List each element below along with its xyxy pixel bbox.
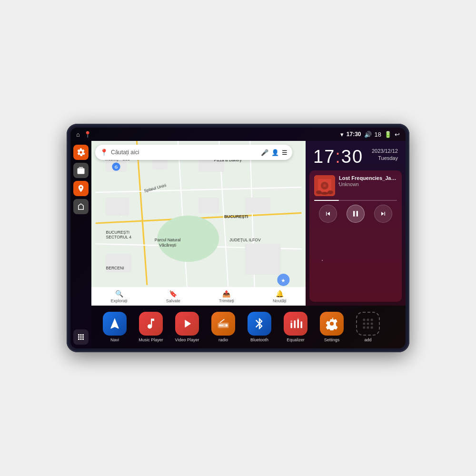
map-icon: 📍 — [84, 131, 91, 138]
music-section: Lost Frequencies_Janie... Unknown — [309, 170, 402, 302]
sidebar-files-button[interactable] — [73, 163, 89, 178]
svg-rect-58 — [367, 327, 369, 329]
music-controls — [314, 205, 397, 223]
svg-text:SECTORUL 4: SECTORUL 4 — [106, 235, 131, 239]
back-icon: ↩ — [395, 131, 400, 138]
navi-icon-box — [103, 312, 127, 336]
news-icon: 🔔 — [276, 290, 284, 298]
volume-icon: 🔊 — [364, 131, 372, 138]
map-panel[interactable]: G AXIS Premium Mobility - Sud Parcul Nat… — [91, 141, 306, 306]
equalizer-label: Equalizer — [287, 337, 305, 342]
svg-text:BERCENI: BERCENI — [106, 266, 124, 270]
settings-label: Settings — [324, 337, 340, 342]
status-bar: ⌂ 📍 ▾ 17:30 🔊 18 🔋 ↩ — [70, 128, 406, 141]
music-icon-box — [139, 312, 163, 336]
music-title: Lost Frequencies_Janie... — [339, 175, 397, 181]
clock-date: 2023/12/12 — [372, 148, 398, 155]
content-area: G AXIS Premium Mobility - Sud Parcul Nat… — [91, 141, 406, 348]
sidebar-map-button[interactable] — [73, 181, 89, 196]
wifi-icon: ▾ — [340, 131, 344, 138]
svg-text:Parcul Natural: Parcul Natural — [155, 238, 181, 242]
sidebar-carplay-button[interactable] — [73, 199, 89, 214]
bluetooth-label: Bluetooth — [250, 337, 268, 342]
music-text: Lost Frequencies_Janie... Unknown — [339, 175, 397, 187]
search-placeholder: Căutați aici — [111, 149, 258, 156]
svg-rect-14 — [245, 198, 270, 213]
svg-text:G: G — [115, 165, 118, 169]
map-search-bar[interactable]: 📍 Căutați aici 🎤 👤 ☰ — [95, 145, 292, 160]
battery-icon: 🔋 — [384, 131, 392, 138]
music-info: Lost Frequencies_Janie... Unknown — [314, 175, 397, 196]
share-label: Trimiteți — [219, 298, 234, 303]
screen: ⌂ 📍 ▾ 17:30 🔊 18 🔋 ↩ — [70, 128, 406, 348]
svg-point-42 — [226, 324, 228, 327]
svg-rect-49 — [298, 318, 299, 318]
svg-rect-52 — [367, 319, 369, 321]
app-equalizer[interactable]: Equalizer — [279, 312, 312, 342]
map-bottom-nav: 🔍 Explorați 🔖 Salvate 📤 Trimiteți — [91, 287, 306, 306]
status-time: 17:30 — [347, 131, 361, 138]
app-navi[interactable]: Navi — [98, 312, 131, 342]
map-news-button[interactable]: 🔔 Noutăți — [273, 290, 287, 303]
home-icon: ⌂ — [76, 131, 80, 138]
mic-icon: 🎤 — [261, 149, 268, 156]
saved-label: Salvate — [166, 298, 180, 303]
svg-rect-59 — [371, 327, 373, 329]
svg-rect-45 — [291, 323, 293, 328]
svg-rect-12 — [106, 198, 129, 216]
app-bluetooth[interactable]: Bluetooth — [243, 312, 276, 342]
app-video-player[interactable]: Video Player — [170, 312, 204, 342]
settings-icon-box — [320, 312, 344, 336]
music-progress-bar[interactable] — [314, 200, 397, 201]
svg-line-44 — [220, 319, 224, 323]
svg-text:JUDEȚUL ILFOV: JUDEȚUL ILFOV — [229, 238, 261, 242]
radio-icon-box — [211, 312, 235, 336]
sidebar-settings-button[interactable] — [73, 145, 89, 160]
svg-rect-55 — [367, 323, 369, 325]
svg-rect-16 — [245, 244, 281, 275]
next-track-button[interactable] — [374, 205, 392, 223]
signal-level: 18 — [375, 131, 381, 138]
map-saved-button[interactable]: 🔖 Salvate — [166, 290, 180, 303]
svg-rect-57 — [363, 327, 366, 329]
map-svg: G AXIS Premium Mobility - Sud Parcul Nat… — [91, 141, 306, 306]
top-panels: G AXIS Premium Mobility - Sud Parcul Nat… — [91, 141, 406, 306]
map-explore-button[interactable]: 🔍 Explorați — [111, 290, 128, 303]
saved-icon: 🔖 — [169, 290, 177, 298]
app-add[interactable]: add — [351, 312, 385, 342]
account-icon: 👤 — [271, 149, 279, 156]
radio-label: radio — [218, 337, 228, 342]
svg-rect-51 — [363, 319, 366, 321]
svg-point-39 — [327, 190, 333, 194]
music-progress-fill — [314, 200, 339, 201]
menu-icon: ☰ — [282, 149, 288, 156]
app-music-player[interactable]: Music Player — [134, 312, 168, 342]
clock-hours: 17 — [313, 147, 335, 167]
main-area: G AXIS Premium Mobility - Sud Parcul Nat… — [70, 141, 406, 348]
prev-track-button[interactable] — [319, 205, 337, 223]
map-share-button[interactable]: 📤 Trimiteți — [219, 290, 234, 303]
svg-text:Văcărești: Văcărești — [159, 243, 176, 248]
explore-label: Explorați — [111, 298, 128, 303]
video-icon-box — [175, 312, 199, 336]
svg-text:BUCUREȘTI: BUCUREȘTI — [224, 214, 248, 219]
svg-point-38 — [321, 192, 328, 195]
svg-rect-48 — [298, 319, 299, 328]
map-container[interactable]: G AXIS Premium Mobility - Sud Parcul Nat… — [91, 141, 306, 306]
svg-point-37 — [316, 190, 322, 194]
clock-colon: : — [335, 147, 341, 167]
share-icon: 📤 — [222, 290, 230, 298]
app-settings[interactable]: Settings — [315, 312, 348, 342]
music-artist: Unknown — [339, 182, 397, 187]
album-art — [314, 175, 335, 196]
svg-rect-50 — [301, 321, 303, 328]
app-radio[interactable]: radio — [207, 312, 240, 342]
pause-button[interactable] — [347, 205, 365, 223]
app-grid: Navi Music Player Video Player — [91, 306, 406, 348]
equalizer-icon-box — [284, 312, 307, 336]
add-label: add — [364, 337, 371, 342]
clock-section: 17:30 2023/12/12 Tuesday — [306, 141, 406, 170]
sidebar-apps-button[interactable] — [73, 329, 89, 345]
add-icon-box — [356, 312, 380, 336]
video-player-label: Video Player — [175, 337, 199, 342]
